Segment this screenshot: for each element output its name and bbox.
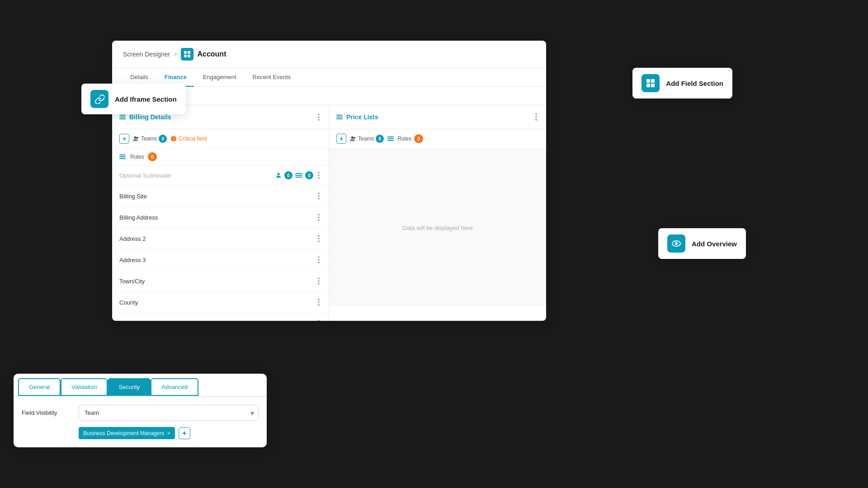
- bottom-content: Field Visibility Team All Users Admin On…: [14, 396, 267, 447]
- breadcrumb-parent: Screen Designer: [123, 51, 170, 58]
- bottom-tab-security[interactable]: Security: [108, 378, 151, 396]
- svg-rect-3: [188, 55, 190, 57]
- tab-recent-events[interactable]: Recent Events: [245, 68, 298, 87]
- billing-teams-label: Teams: [141, 136, 157, 142]
- price-lists-placeholder-text: Data will be displayed here: [402, 225, 472, 231]
- field-address2-label: Address 2: [119, 235, 146, 242]
- bottom-tab-validation[interactable]: Validation: [61, 378, 108, 396]
- price-teams-icon: [350, 136, 356, 142]
- optional-subheader-row: Optional Subheader 0 0: [112, 165, 329, 186]
- critical-field-label: Critical field: [179, 136, 207, 142]
- add-overview-card[interactable]: Add Overview: [658, 228, 746, 259]
- svg-rect-0: [184, 51, 187, 54]
- tag-add-button[interactable]: +: [179, 427, 190, 439]
- add-overview-icon-container: [667, 235, 685, 253]
- field-billing-address-menu[interactable]: [316, 212, 321, 223]
- price-lists-placeholder: Data will be displayed here: [329, 149, 546, 307]
- svg-rect-14: [651, 84, 655, 87]
- field-town-city-label: Town/City: [119, 278, 145, 285]
- price-lists-list-icon: [336, 115, 343, 119]
- field-billing-site-menu[interactable]: [316, 191, 321, 202]
- field-visibility-row: Field Visibility Team All Users Admin On…: [22, 405, 259, 421]
- tags-row: Business Development Managers × +: [79, 427, 259, 439]
- price-rules-icon: [387, 136, 394, 141]
- content-area: Billing Details + Teams 0: [112, 105, 546, 321]
- tag-close-button[interactable]: ×: [167, 430, 170, 436]
- price-lists-section: Price Lists + Teams: [329, 105, 546, 321]
- field-address2: Address 2: [112, 228, 329, 249]
- business-dev-managers-tag: Business Development Managers ×: [79, 427, 175, 439]
- price-lists-header: Price Lists: [329, 105, 546, 129]
- breadcrumb-separator: >: [174, 51, 177, 58]
- bottom-panel: General Validation Security Advanced Fie…: [14, 374, 267, 447]
- svg-rect-13: [646, 84, 650, 87]
- subheader-lines-icon: [295, 173, 302, 178]
- field-billing-address: Billing Address: [112, 207, 329, 228]
- optional-subheader-text: Optional Subheader: [119, 172, 172, 179]
- billing-teams-count: 0: [159, 135, 167, 143]
- field-town-city-menu[interactable]: [316, 276, 321, 286]
- add-field-icon-container: [642, 74, 660, 92]
- billing-rules-count: 0: [148, 152, 157, 161]
- add-iframe-card[interactable]: Add Iframe Section: [81, 84, 186, 114]
- inline-rules-icon: [119, 155, 126, 159]
- field-visibility-select-wrapper: Team All Users Admin Only Custom ▾: [79, 405, 259, 421]
- inline-rules-label: Rules: [130, 154, 144, 160]
- price-lists-title: Price Lists: [336, 113, 378, 121]
- svg-point-9: [351, 136, 354, 139]
- bottom-tab-group: General Validation Security Advanced: [14, 374, 267, 396]
- field-county-label: County: [119, 299, 138, 306]
- teams-icon: [133, 136, 139, 142]
- field-visibility-select[interactable]: Team All Users Admin Only Custom: [79, 405, 259, 421]
- tab-engagement[interactable]: Engagement: [196, 68, 244, 87]
- price-lists-rules-label: Rules: [397, 136, 411, 142]
- subheader-actions: 0 0: [275, 170, 321, 181]
- bottom-tab-advanced[interactable]: Advanced: [151, 378, 198, 396]
- field-post-code-menu[interactable]: [316, 318, 321, 321]
- billing-add-button[interactable]: +: [119, 134, 129, 144]
- price-lists-add-button[interactable]: +: [336, 134, 346, 144]
- field-county-menu[interactable]: [316, 297, 321, 308]
- svg-point-4: [134, 136, 137, 139]
- svg-rect-12: [651, 79, 655, 83]
- breadcrumb-account-icon: [181, 48, 193, 61]
- price-lists-teams-bar: + Teams 0 Rules: [329, 129, 546, 149]
- billing-section-title: Billing Details: [119, 113, 171, 121]
- price-lists-teams-count: 0: [376, 135, 384, 143]
- price-lists-menu-button[interactable]: [533, 112, 539, 122]
- svg-point-16: [675, 242, 678, 245]
- field-post-code-label: Post Code: [119, 320, 147, 321]
- main-card: Screen Designer > Account Details Financ…: [112, 41, 546, 321]
- field-address2-menu[interactable]: [316, 233, 321, 244]
- grid-icon: [646, 78, 656, 88]
- svg-text:!: !: [173, 137, 175, 141]
- add-iframe-icon-container: [90, 90, 108, 108]
- add-iframe-label: Add Iframe Section: [115, 95, 177, 103]
- field-address3-label: Address 3: [119, 257, 146, 263]
- price-lists-rules-count: 0: [414, 134, 423, 143]
- eye-icon: [671, 239, 681, 249]
- field-visibility-label: Field Visibility: [22, 409, 71, 416]
- add-field-label: Add Field Section: [666, 80, 723, 87]
- warning-icon: !: [170, 136, 177, 142]
- add-field-card[interactable]: Add Field Section: [632, 68, 732, 99]
- breadcrumb-current: Account: [197, 50, 226, 58]
- subheader-menu-button[interactable]: [316, 170, 321, 181]
- add-overview-label: Add Overview: [692, 240, 737, 248]
- billing-menu-button[interactable]: [316, 112, 321, 122]
- price-lists-teams-label: Teams: [358, 136, 374, 142]
- price-lists-inner: Price Lists + Teams: [329, 105, 546, 321]
- tag-label: Business Development Managers: [83, 430, 164, 436]
- billing-section: Billing Details + Teams 0: [112, 105, 329, 321]
- subheader-badge1: 0: [284, 171, 292, 179]
- bottom-tab-general[interactable]: General: [18, 378, 61, 396]
- price-lists-rules-inline: Rules 0: [387, 134, 423, 143]
- field-address3-menu[interactable]: [316, 254, 321, 265]
- critical-field-indicator: ! Critical field: [170, 136, 207, 142]
- billing-title-text: Billing Details: [129, 113, 171, 121]
- field-billing-address-label: Billing Address: [119, 214, 158, 221]
- billing-teams-badge: Teams 0: [133, 135, 167, 143]
- svg-rect-11: [646, 79, 650, 83]
- field-town-city: Town/City: [112, 271, 329, 292]
- billing-list-icon: [119, 115, 126, 119]
